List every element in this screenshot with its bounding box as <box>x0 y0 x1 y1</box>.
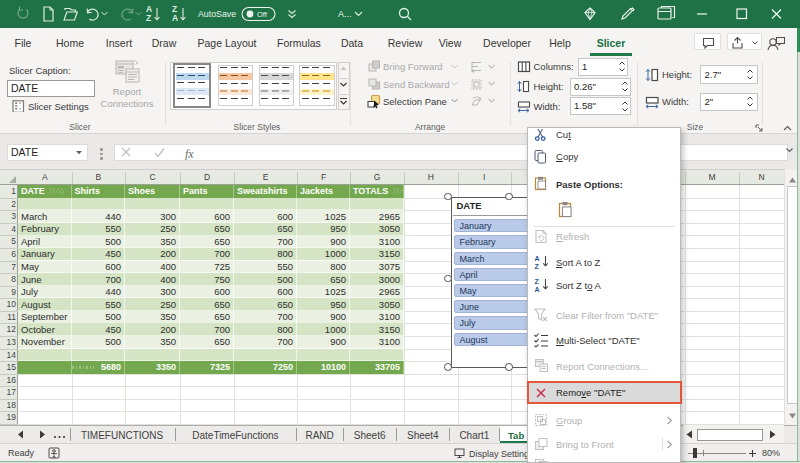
svg-text:Z: Z <box>535 278 540 285</box>
svg-text:A...: A... <box>338 9 352 19</box>
svg-text:A: A <box>535 255 540 262</box>
svg-text:A: A <box>535 286 540 293</box>
svg-text:Z: Z <box>146 13 151 23</box>
svg-text:Z: Z <box>535 263 540 270</box>
svg-text:Off: Off <box>257 10 268 19</box>
svg-text:A: A <box>172 13 178 23</box>
svg-text:fx: fx <box>185 147 194 161</box>
svg-text:AutoSave: AutoSave <box>198 9 236 19</box>
